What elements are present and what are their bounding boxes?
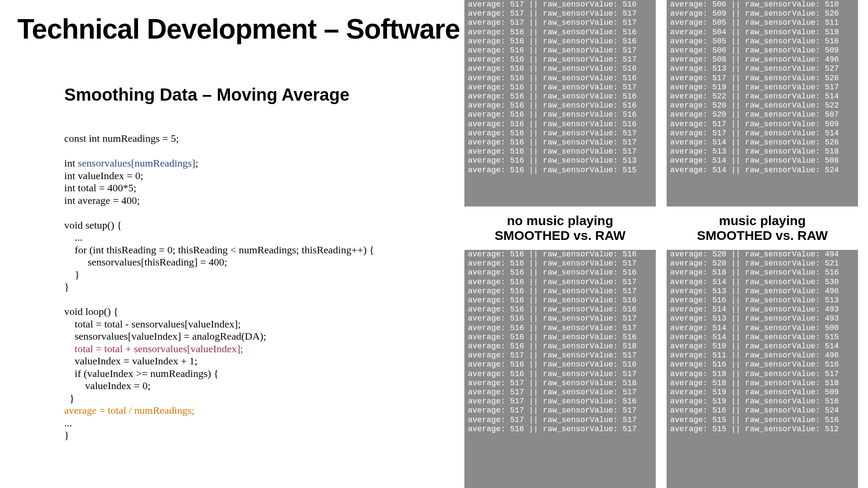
code-line: } (64, 269, 80, 280)
serial-row: average: 513 || raw_sensorValue: 527 (667, 64, 858, 73)
serial-row: average: 516 || raw_sensorValue: 517 (464, 138, 656, 147)
label-line: music playing (719, 213, 806, 228)
serial-row: average: 516 || raw_sensorValue: 516 (464, 64, 656, 73)
serial-row: average: 516 || raw_sensorValue: 517 (464, 129, 656, 138)
serial-row: average: 511 || raw_sensorValue: 496 (667, 351, 858, 360)
serial-row: average: 516 || raw_sensorValue: 516 (464, 360, 656, 369)
serial-row: average: 516 || raw_sensorValue: 517 (464, 147, 656, 156)
serial-row: average: 516 || raw_sensorValue: 516 (464, 305, 656, 314)
serial-row: average: 510 || raw_sensorValue: 514 (667, 342, 858, 351)
serial-row: average: 516 || raw_sensorValue: 517 (464, 425, 656, 434)
code-line: int average = 400; (64, 195, 140, 206)
serial-row: average: 516 || raw_sensorValue: 517 (464, 324, 656, 333)
code-line: valueIndex = 0; (64, 380, 151, 391)
code-line: } (64, 429, 69, 441)
code-line: } (64, 393, 75, 404)
serial-row: average: 516 || raw_sensorValue: 517 (464, 83, 656, 92)
serial-row: average: 516 || raw_sensorValue: 516 (464, 37, 656, 46)
serial-row: average: 519 || raw_sensorValue: 509 (667, 388, 858, 397)
serial-row: average: 517 || raw_sensorValue: 516 (464, 397, 656, 406)
serial-row: average: 516 || raw_sensorValue: 516 (464, 333, 656, 342)
serial-row: average: 505 || raw_sensorValue: 511 (667, 18, 858, 27)
serial-row: average: 520 || raw_sensorValue: 521 (667, 259, 858, 268)
code-line: void setup() { (64, 219, 122, 231)
serial-row: average: 516 || raw_sensorValue: 516 (667, 360, 858, 369)
code-line: int total = 400*5; (64, 182, 136, 193)
serial-row: average: 514 || raw_sensorValue: 515 (667, 333, 858, 342)
serial-row: average: 516 || raw_sensorValue: 516 (464, 74, 656, 83)
code-line: sensorvalues[valueIndex] = analogRead(DA… (64, 331, 266, 342)
serial-row: average: 516 || raw_sensorValue: 516 (464, 92, 656, 101)
serial-monitor-right-top: average: 506 || raw_sensorValue: 510aver… (667, 0, 858, 206)
serial-row: average: 516 || raw_sensorValue: 517 (464, 370, 656, 379)
serial-row: average: 516 || raw_sensorValue: 517 (464, 287, 656, 296)
serial-row: average: 516 || raw_sensorValue: 513 (464, 156, 656, 165)
serial-row: average: 514 || raw_sensorValue: 493 (667, 305, 858, 314)
code-line: valueIndex = valueIndex + 1; (64, 355, 197, 367)
serial-row: average: 518 || raw_sensorValue: 518 (667, 379, 858, 388)
serial-row: average: 518 || raw_sensorValue: 516 (667, 268, 858, 277)
serial-row: average: 516 || raw_sensorValue: 517 (464, 259, 656, 268)
serial-row: average: 516 || raw_sensorValue: 516 (464, 110, 656, 119)
code-line: for (int thisReading = 0; thisReading < … (64, 244, 374, 255)
code-line: ... (64, 232, 82, 243)
serial-row: average: 517 || raw_sensorValue: 517 (464, 388, 656, 397)
serial-row: average: 515 || raw_sensorValue: 512 (667, 425, 858, 434)
serial-row: average: 516 || raw_sensorValue: 513 (667, 296, 858, 305)
serial-row: average: 517 || raw_sensorValue: 509 (667, 120, 858, 129)
serial-row: average: 518 || raw_sensorValue: 517 (667, 370, 858, 379)
serial-row: average: 516 || raw_sensorValue: 516 (464, 268, 656, 277)
label-music: music playing SMOOTHED vs. RAW (667, 206, 858, 250)
serial-monitor-right-bottom: average: 520 || raw_sensorValue: 494aver… (667, 250, 858, 488)
serial-row: average: 514 || raw_sensorValue: 500 (667, 324, 858, 333)
serial-row: average: 515 || raw_sensorValue: 516 (667, 416, 858, 425)
serial-row: average: 504 || raw_sensorValue: 519 (667, 28, 858, 37)
code-line: const int numReadings = 5; (64, 133, 179, 144)
code-line: int sensorvalues[numReadings]; (64, 157, 198, 169)
serial-row: average: 505 || raw_sensorValue: 516 (667, 37, 858, 46)
serial-row: average: 520 || raw_sensorValue: 507 (667, 110, 858, 119)
serial-row: average: 514 || raw_sensorValue: 524 (667, 166, 858, 175)
label-line: SMOOTHED vs. RAW (495, 228, 626, 243)
serial-row: average: 516 || raw_sensorValue: 516 (464, 28, 656, 37)
code-line: total = total + sensorvalues[valueIndex]… (64, 343, 243, 354)
code-line: } (64, 281, 69, 292)
code-line: ... (64, 417, 72, 429)
code-line: int valueIndex = 0; (64, 170, 143, 181)
serial-row: average: 513 || raw_sensorValue: 493 (667, 314, 858, 323)
code-line: average = total / numReadings; (64, 405, 194, 416)
serial-row: average: 517 || raw_sensorValue: 517 (464, 9, 656, 18)
serial-row: average: 517 || raw_sensorValue: 516 (464, 0, 656, 9)
label-no-music: no music playing SMOOTHED vs. RAW (464, 206, 656, 250)
label-line: no music playing (507, 213, 613, 228)
serial-row: average: 517 || raw_sensorValue: 517 (464, 351, 656, 360)
label-line: SMOOTHED vs. RAW (697, 228, 828, 243)
serial-row: average: 517 || raw_sensorValue: 517 (464, 18, 656, 27)
page-title: Technical Development – Software (17, 13, 460, 45)
serial-row: average: 508 || raw_sensorValue: 496 (667, 55, 858, 64)
serial-row: average: 516 || raw_sensorValue: 517 (464, 46, 656, 55)
code-line: void loop() { (64, 306, 118, 317)
serial-row: average: 516 || raw_sensorValue: 516 (464, 101, 656, 110)
serial-row: average: 514 || raw_sensorValue: 508 (667, 156, 858, 165)
serial-row: average: 506 || raw_sensorValue: 509 (667, 46, 858, 55)
serial-row: average: 517 || raw_sensorValue: 514 (667, 129, 858, 138)
serial-row: average: 517 || raw_sensorValue: 518 (464, 379, 656, 388)
serial-row: average: 506 || raw_sensorValue: 510 (667, 0, 858, 9)
serial-row: average: 520 || raw_sensorValue: 494 (667, 250, 858, 259)
serial-row: average: 514 || raw_sensorValue: 530 (667, 278, 858, 287)
code-block: const int numReadings = 5; int sensorval… (64, 132, 374, 442)
serial-row: average: 516 || raw_sensorValue: 516 (464, 296, 656, 305)
serial-row: average: 509 || raw_sensorValue: 526 (667, 9, 858, 18)
serial-row: average: 520 || raw_sensorValue: 522 (667, 101, 858, 110)
serial-row: average: 522 || raw_sensorValue: 514 (667, 92, 858, 101)
serial-row: average: 514 || raw_sensorValue: 526 (667, 138, 858, 147)
serial-row: average: 516 || raw_sensorValue: 517 (464, 55, 656, 64)
serial-monitor-left-bottom: average: 516 || raw_sensorValue: 516aver… (464, 250, 656, 488)
serial-row: average: 516 || raw_sensorValue: 517 (464, 314, 656, 323)
serial-row: average: 516 || raw_sensorValue: 516 (464, 250, 656, 259)
serial-row: average: 513 || raw_sensorValue: 496 (667, 287, 858, 296)
serial-row: average: 519 || raw_sensorValue: 516 (667, 397, 858, 406)
serial-row: average: 519 || raw_sensorValue: 517 (667, 83, 858, 92)
serial-row: average: 516 || raw_sensorValue: 516 (464, 120, 656, 129)
